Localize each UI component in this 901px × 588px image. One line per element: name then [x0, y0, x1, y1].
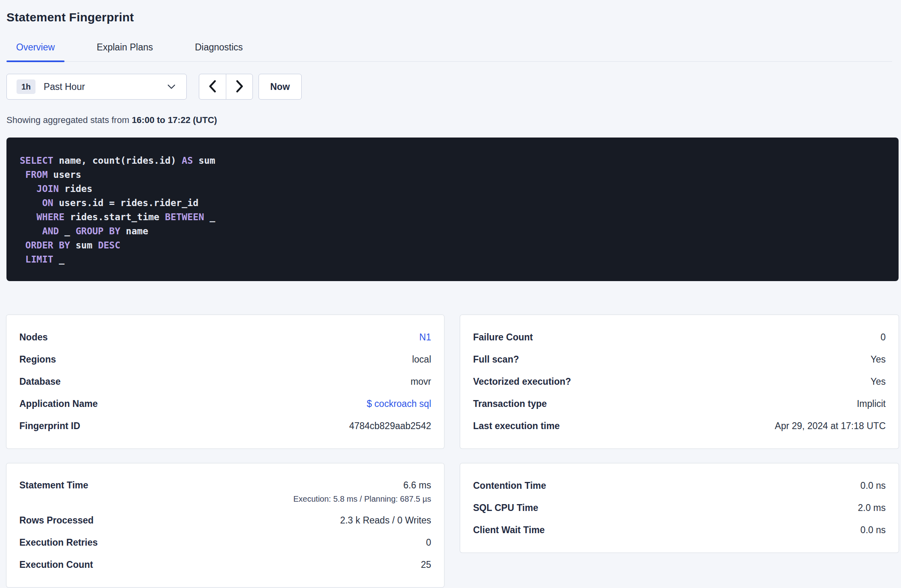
info-label: Execution Retries [19, 537, 98, 548]
info-row: Failure Count0 [473, 326, 886, 348]
info-label: Nodes [19, 332, 48, 343]
info-value-wrap: N1 [419, 332, 431, 343]
time-range-stepper [199, 74, 253, 100]
info-value: 4784cb829aab2542 [349, 421, 431, 432]
info-label: Regions [19, 354, 56, 365]
sql-code-line: WHERE rides.start_time BETWEEN _ [20, 210, 885, 224]
statement-fingerprint-page: Statement Fingerprint Overview Explain P… [0, 0, 899, 587]
info-row: Statement Time6.6 msExecution: 5.8 ms / … [19, 475, 431, 509]
info-label: Rows Processed [19, 515, 94, 526]
tab-explain-plans[interactable]: Explain Plans [87, 42, 163, 61]
info-value-wrap: movr [411, 376, 431, 387]
info-value-link[interactable]: $ cockroach sql [367, 398, 431, 409]
info-row: Execution Retries0 [19, 532, 431, 554]
info-row: Databasemovr [19, 371, 431, 393]
info-value: 0.0 ns [860, 480, 886, 491]
info-value: 0.0 ns [860, 525, 886, 536]
info-value-wrap: 25 [421, 559, 431, 570]
info-value-wrap: $ cockroach sql [367, 398, 431, 409]
statement-details-card: NodesN1RegionslocalDatabasemovrApplicati… [6, 315, 444, 448]
info-value-wrap: 4784cb829aab2542 [349, 421, 431, 432]
sql-code-line: AND _ GROUP BY name [20, 224, 885, 238]
time-range-badge: 1h [17, 79, 35, 94]
info-label: Full scan? [473, 354, 519, 365]
summary-cards-row: NodesN1RegionslocalDatabasemovrApplicati… [6, 315, 892, 448]
chevron-left-icon [208, 79, 217, 94]
page-title: Statement Fingerprint [6, 10, 892, 24]
info-value: Apr 29, 2024 at 17:18 UTC [775, 421, 886, 432]
sql-code-line: FROM users [20, 168, 885, 182]
info-row: Execution Count25 [19, 554, 431, 576]
info-value-wrap: 6.6 msExecution: 5.8 ms / Planning: 687.… [293, 480, 431, 504]
info-value: Implicit [857, 398, 886, 409]
statement-timing-card: Statement Time6.6 msExecution: 5.8 ms / … [6, 463, 444, 587]
info-label: Contention Time [473, 480, 546, 491]
info-value-wrap: 2.3 k Reads / 0 Writes [340, 515, 431, 526]
info-value: 2.3 k Reads / 0 Writes [340, 515, 431, 526]
info-label: Application Name [19, 398, 98, 409]
info-value: local [412, 354, 431, 365]
info-value: 6.6 ms [403, 480, 431, 491]
tab-explain-plans-label: Explain Plans [97, 42, 153, 52]
info-value-wrap: 2.0 ms [858, 503, 886, 513]
info-label: Last execution time [473, 421, 560, 432]
chevron-right-icon [235, 79, 244, 94]
info-row: Application Name$ cockroach sql [19, 393, 431, 415]
info-value: 2.0 ms [858, 503, 886, 513]
info-value-wrap: Yes [870, 354, 886, 365]
tab-diagnostics[interactable]: Diagnostics [185, 42, 252, 61]
tab-diagnostics-label: Diagnostics [195, 42, 243, 52]
info-row: Client Wait Time0.0 ns [473, 519, 886, 541]
info-row: Last execution timeApr 29, 2024 at 17:18… [473, 415, 886, 437]
info-row: SQL CPU Time2.0 ms [473, 497, 886, 519]
info-label: Database [19, 376, 60, 387]
info-row: Contention Time0.0 ns [473, 475, 886, 497]
info-label: Execution Count [19, 559, 93, 570]
time-range-label: Past Hour [44, 81, 167, 92]
sql-code-line: JOIN rides [20, 182, 885, 196]
sql-statement-box: SELECT name, count(rides.id) AS sum FROM… [6, 138, 899, 281]
info-label: Transaction type [473, 398, 547, 409]
info-row: Transaction typeImplicit [473, 393, 886, 415]
info-row: Regionslocal [19, 348, 431, 371]
execution-attributes-card: Failure Count0Full scan?YesVectorized ex… [460, 315, 899, 448]
info-label: Failure Count [473, 332, 533, 343]
tab-overview[interactable]: Overview [6, 42, 65, 61]
previous-range-button[interactable] [199, 74, 226, 99]
info-label: Fingerprint ID [19, 421, 80, 432]
sql-code-line: SELECT name, count(rides.id) AS sum [20, 154, 885, 168]
aggregated-stats-line: Showing aggregated stats from 16:00 to 1… [6, 115, 892, 125]
info-value: 0 [880, 332, 886, 343]
info-value: Yes [870, 354, 886, 365]
info-value-link[interactable]: N1 [419, 332, 431, 343]
tab-overview-label: Overview [16, 42, 55, 52]
info-value: 25 [421, 559, 431, 570]
info-value: 0 [426, 537, 431, 548]
info-label: Client Wait Time [473, 525, 545, 536]
info-value-wrap: Apr 29, 2024 at 17:18 UTC [775, 421, 886, 432]
now-button[interactable]: Now [259, 74, 302, 100]
info-value: Yes [870, 376, 886, 387]
tab-bar: Overview Explain Plans Diagnostics [6, 42, 892, 62]
sql-code-line: ON users.id = rides.rider_id [20, 196, 885, 210]
wait-timing-card: Contention Time0.0 nsSQL CPU Time2.0 msC… [460, 463, 899, 553]
info-value-wrap: local [412, 354, 431, 365]
sql-code-line: LIMIT _ [20, 252, 885, 267]
info-row: Full scan?Yes [473, 348, 886, 371]
info-value-wrap: Yes [870, 376, 886, 387]
info-subvalue: Execution: 5.8 ms / Planning: 687.5 µs [293, 494, 431, 504]
sql-statement-code: SELECT name, count(rides.id) AS sum FROM… [20, 154, 885, 267]
info-row: Rows Processed2.3 k Reads / 0 Writes [19, 509, 431, 532]
next-range-button[interactable] [226, 74, 252, 99]
info-value-wrap: 0.0 ns [860, 525, 886, 536]
stats-line-range: 16:00 to 17:22 (UTC) [132, 115, 217, 125]
info-row: NodesN1 [19, 326, 431, 348]
info-value: movr [411, 376, 431, 387]
timing-cards-row: Statement Time6.6 msExecution: 5.8 ms / … [6, 463, 892, 587]
info-value-wrap: 0 [426, 537, 431, 548]
time-controls: 1h Past Hour Now [6, 74, 892, 100]
info-value-wrap: 0 [880, 332, 886, 343]
info-row: Fingerprint ID4784cb829aab2542 [19, 415, 431, 437]
chevron-down-icon [167, 84, 176, 90]
time-range-dropdown[interactable]: 1h Past Hour [6, 74, 187, 100]
